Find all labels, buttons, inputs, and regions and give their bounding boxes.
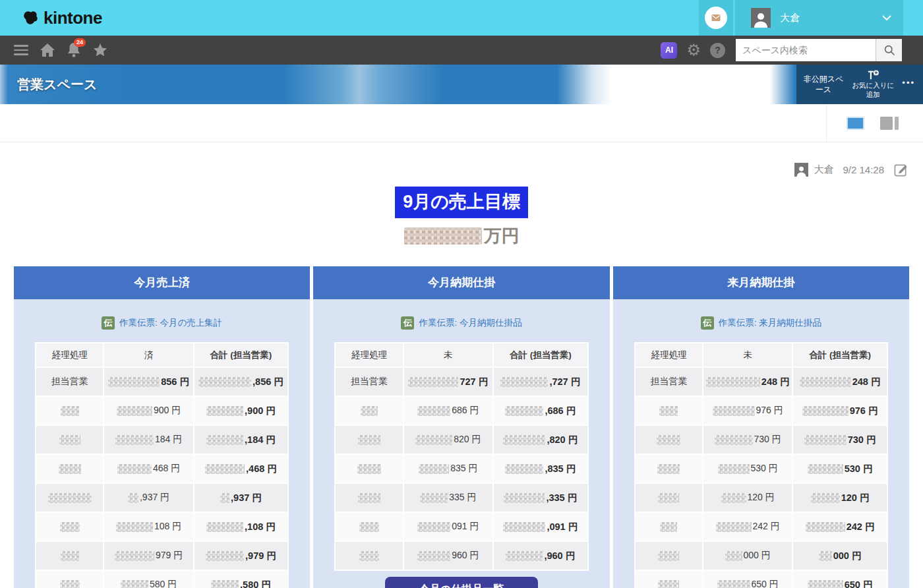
masked-name — [358, 493, 380, 503]
hamburger-menu-button[interactable] — [8, 36, 34, 65]
ai-button[interactable]: AI — [661, 42, 677, 59]
add-favorite-button[interactable]: お気に入りに追加 — [849, 70, 897, 99]
column-header: 経理処理 — [36, 343, 104, 367]
mail-button[interactable] — [699, 0, 733, 36]
masked-amount — [417, 406, 450, 416]
masked-amount — [504, 493, 545, 503]
help-button[interactable]: ? — [710, 43, 725, 58]
amount-cell: 120 円 — [703, 483, 792, 512]
favorite-add-icon — [866, 70, 879, 80]
table-row: 686 円,686 円 — [335, 396, 587, 425]
amount-text: 248 円 — [852, 376, 881, 387]
masked-amount — [117, 406, 152, 416]
masked-name — [61, 406, 79, 416]
table-row: 468 円,468 円 — [36, 454, 288, 483]
logo-text: kintone — [44, 8, 102, 28]
masked-name — [357, 464, 381, 474]
staff-cell — [635, 396, 703, 425]
star-icon — [92, 43, 108, 58]
worksheet-link[interactable]: 作業伝票: 来月納期仕掛品 — [719, 318, 821, 328]
worksheet-link[interactable]: 作業伝票: 今月納期仕掛品 — [419, 318, 521, 328]
staff-cell — [36, 454, 104, 483]
amount-cell: ,091 円 — [493, 512, 588, 541]
worksheet-app-icon[interactable]: 伝 — [401, 316, 414, 330]
amount-cell: 976 円 — [703, 396, 792, 425]
user-menu[interactable]: 大倉 — [735, 0, 903, 36]
amount-cell: 242 円 — [792, 512, 887, 541]
hamburger-icon — [14, 42, 28, 58]
table-row: 担当営業248 円248 円 — [635, 367, 887, 396]
staff-cell — [635, 541, 703, 570]
amount-text: ,335 円 — [546, 492, 577, 503]
amount-text: 248 円 — [761, 376, 790, 387]
amount-cell: 120 円 — [792, 483, 887, 512]
amount-text: ,900 円 — [245, 405, 276, 416]
search-icon — [883, 44, 896, 57]
amount-text: ,727 円 — [549, 376, 580, 387]
author-avatar — [794, 163, 808, 177]
amount-cell: ,108 円 — [194, 512, 289, 541]
masked-name — [359, 522, 379, 532]
worksheet-app-icon[interactable]: 伝 — [701, 316, 714, 330]
amount-text: 000 円 — [833, 550, 862, 561]
amount-text: 242 円 — [753, 521, 780, 531]
single-column-view-toggle[interactable] — [847, 117, 864, 130]
amount-text: ,979 円 — [245, 550, 276, 561]
space-banner: 営業スペース 非公開スペース お気に入りに追加 ••• — [0, 65, 923, 104]
masked-amount — [198, 377, 251, 387]
amount-text: 960 円 — [452, 550, 479, 560]
amount-text: 650 円 — [845, 579, 873, 588]
settings-gear-icon[interactable]: ⚙ — [686, 42, 701, 58]
staff-cell: 担当営業 — [635, 367, 703, 396]
masked-name — [59, 464, 81, 474]
amount-text: ,835 円 — [545, 463, 576, 474]
amount-cell: ,686 円 — [493, 396, 588, 425]
amount-cell: 000 円 — [703, 541, 792, 570]
author-name: 大倉 — [814, 163, 833, 176]
wip-list-button[interactable]: 今月の仕掛品一覧 — [385, 577, 538, 588]
amount-text: ,091 円 — [547, 521, 578, 532]
staff-cell — [36, 396, 104, 425]
amount-text: ,184 円 — [245, 434, 276, 445]
two-column-view-toggle[interactable] — [880, 117, 899, 130]
amount-cell: 530 円 — [703, 454, 792, 483]
masked-name — [61, 551, 79, 561]
masked-name — [658, 551, 679, 561]
column-header: 未 — [703, 343, 792, 367]
worksheet-link-row: 伝作業伝票: 今月の売上集計 — [14, 316, 310, 330]
worksheet-app-icon[interactable]: 伝 — [102, 316, 115, 330]
user-name: 大倉 — [780, 12, 800, 24]
amount-cell: 650 円 — [703, 570, 792, 588]
masked-name — [660, 522, 677, 532]
column-header: 経理処理 — [335, 343, 403, 367]
home-button[interactable] — [34, 36, 61, 65]
staff-cell — [335, 483, 403, 512]
amount-text: 820 円 — [454, 434, 481, 444]
summary-table: 経理処理済合計 (担当営業)担当営業856 円,856 円900 円,900 円… — [35, 342, 289, 588]
amount-cell: 686 円 — [403, 396, 493, 425]
masked-amount — [419, 464, 449, 474]
amount-text: 108 円 — [154, 521, 181, 531]
kintone-logo[interactable]: kintone — [22, 8, 102, 28]
favorites-button[interactable] — [87, 36, 113, 65]
table-row: 担当営業727 円,727 円 — [335, 367, 587, 396]
masked-amount — [404, 227, 482, 245]
amount-cell: 835 円 — [403, 454, 493, 483]
masked-name — [59, 435, 80, 445]
edit-icon[interactable] — [893, 162, 908, 177]
worksheet-link-row: 伝作業伝票: 来月納期仕掛品 — [613, 316, 909, 330]
more-options-button[interactable]: ••• — [902, 78, 915, 92]
home-icon — [40, 43, 55, 57]
search-input[interactable] — [736, 39, 876, 61]
worksheet-link[interactable]: 作業伝票: 今月の売上集計 — [119, 318, 222, 328]
masked-amount — [117, 464, 152, 474]
amount-text: ,937 円 — [231, 492, 262, 503]
amount-cell: 730 円 — [792, 425, 887, 454]
masked-name — [60, 580, 80, 588]
amount-text: ,856 円 — [253, 376, 283, 387]
staff-cell — [335, 512, 403, 541]
topbar-end — [903, 0, 923, 36]
notifications-button[interactable]: 24 — [61, 36, 87, 65]
staff-cell — [635, 454, 703, 483]
search-button[interactable] — [876, 39, 902, 61]
